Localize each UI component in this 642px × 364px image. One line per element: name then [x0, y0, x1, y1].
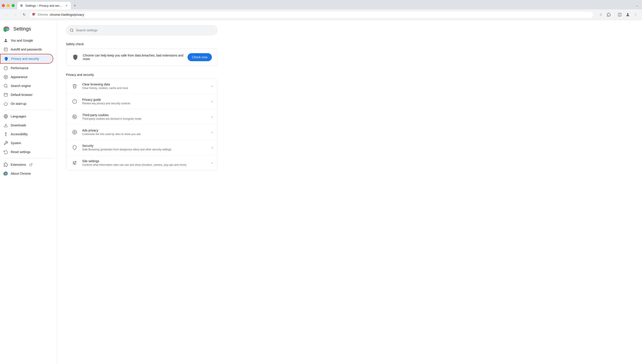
- tab-strip-expand[interactable]: ⌄: [634, 2, 640, 9]
- ads-privacy-item[interactable]: Ads privacy Customise the info used by s…: [66, 124, 217, 140]
- sidebar-item-system[interactable]: System: [0, 138, 53, 148]
- sidebar-item-label: Extensions: [11, 163, 26, 166]
- item-desc: Customise the info used by sites to show…: [82, 132, 208, 136]
- window-close-button[interactable]: [2, 4, 5, 7]
- privacy-guide-item[interactable]: Privacy guide Review key privacy and sec…: [66, 94, 217, 109]
- reload-button[interactable]: ↻: [21, 11, 28, 18]
- trash-icon: [71, 82, 79, 90]
- sidebar-item-extensions[interactable]: Extensions: [0, 160, 53, 169]
- sidebar-item-search-engine[interactable]: Search engine: [0, 82, 53, 90]
- sidebar-item-label: Search engine: [11, 84, 31, 88]
- extensions-puzzle-button[interactable]: [605, 11, 612, 18]
- back-button: ←: [3, 11, 10, 18]
- svg-point-19: [6, 78, 6, 78]
- sidebar-item-label: On start-up: [11, 102, 26, 106]
- item-title: Security: [82, 144, 208, 148]
- svg-point-6: [635, 14, 636, 15]
- sidebar-item-default-browser[interactable]: Default browser: [0, 90, 53, 99]
- window-maximize-button[interactable]: [12, 4, 15, 7]
- sidebar-item-downloads[interactable]: Downloads: [0, 121, 53, 130]
- menu-button[interactable]: [632, 11, 639, 18]
- safety-check-description: Chrome can help keep you safe from data …: [83, 54, 187, 61]
- main-content: Safety check Chrome can help keep you sa…: [57, 20, 642, 364]
- chevron-right-icon: ›: [212, 115, 213, 118]
- active-tab[interactable]: ⚙ Settings – Privacy and securi... ✕: [17, 2, 71, 9]
- forward-button: →: [12, 11, 19, 18]
- sidebar-item-label: Appearance: [11, 75, 28, 79]
- sidebar-item-performance[interactable]: Performance: [0, 64, 53, 72]
- browser-icon: [4, 92, 8, 97]
- chrome-settings-logo: [4, 25, 11, 32]
- third-party-cookies-item[interactable]: Third-party cookies Third-party cookies …: [66, 109, 217, 124]
- svg-point-18: [6, 76, 7, 77]
- split-screen-button[interactable]: [616, 11, 623, 18]
- search-settings-bar[interactable]: [66, 25, 218, 35]
- omnibox-url: chrome://settings/privacy: [50, 13, 84, 16]
- clear-browsing-data-text: Clear browsing data Clear history, cooki…: [82, 82, 208, 90]
- sidebar-item-on-startup[interactable]: On start-up: [0, 99, 53, 108]
- svg-point-40: [74, 117, 74, 118]
- svg-point-16: [4, 75, 8, 79]
- privacy-settings-list: Clear browsing data Clear history, cooki…: [66, 78, 218, 171]
- sidebar-item-accessibility[interactable]: Accessibility: [0, 130, 53, 138]
- svg-point-39: [75, 117, 76, 118]
- chrome-logo-icon: [32, 13, 36, 16]
- privacy-section-title: Privacy and security: [66, 73, 218, 76]
- sidebar-item-label: Languages: [11, 114, 26, 118]
- profile-icon: [625, 12, 630, 17]
- security-shield-icon: [71, 144, 79, 152]
- item-desc: Third-party cookies are blocked in Incog…: [82, 117, 208, 120]
- new-tab-button[interactable]: +: [72, 2, 78, 9]
- sidebar: Settings You and Google Autofill and pas…: [0, 20, 57, 364]
- three-dots-icon: [634, 13, 638, 17]
- sidebar-item-autofill[interactable]: Autofill and passwords: [0, 45, 53, 54]
- sidebar-item-label: Downloads: [11, 124, 26, 127]
- svg-point-51: [75, 161, 76, 162]
- sidebar-item-reset-settings[interactable]: Reset settings: [0, 148, 53, 156]
- power-icon: [4, 102, 8, 106]
- chevron-right-icon: ›: [212, 130, 213, 134]
- svg-point-4: [627, 13, 629, 15]
- svg-point-42: [74, 131, 75, 133]
- bookmark-button[interactable]: ☆: [597, 11, 604, 18]
- svg-point-7: [635, 16, 636, 16]
- svg-point-50: [73, 162, 74, 163]
- security-item[interactable]: Security Safe Browsing (protection from …: [66, 140, 217, 155]
- item-desc: Review key privacy and security controls: [82, 102, 208, 105]
- svg-point-5: [635, 13, 636, 14]
- item-title: Clear browsing data: [82, 82, 208, 86]
- clear-browsing-data-item[interactable]: Clear browsing data Clear history, cooki…: [66, 78, 217, 94]
- svg-point-17: [5, 76, 5, 77]
- tab-title: Settings – Privacy and securi...: [25, 4, 63, 7]
- safety-shield-icon: [72, 53, 79, 61]
- settings-page-title: Settings: [13, 26, 31, 32]
- profile-button[interactable]: [624, 11, 631, 18]
- site-settings-icon: [71, 159, 79, 167]
- window-minimize-button[interactable]: [7, 4, 10, 7]
- cookie-icon: [71, 113, 79, 121]
- download-icon: [4, 123, 8, 128]
- check-now-button[interactable]: Check now: [187, 53, 212, 61]
- site-settings-item[interactable]: Site settings Controls what information …: [66, 155, 217, 170]
- sidebar-item-label: Default browser: [11, 93, 33, 96]
- svg-point-38: [75, 116, 75, 116]
- svg-rect-12: [4, 48, 8, 51]
- omnibox[interactable]: Chrome chrome://settings/privacy: [29, 11, 594, 18]
- search-icon: [70, 28, 74, 32]
- sidebar-item-appearance[interactable]: Appearance: [0, 72, 53, 82]
- ads-privacy-icon: [71, 128, 79, 136]
- tab-favicon: ⚙: [20, 4, 24, 7]
- privacy-security-section: Privacy and security Clear browsing data…: [66, 73, 218, 171]
- search-settings-input[interactable]: [76, 28, 214, 32]
- sidebar-item-you-and-google[interactable]: You and Google: [0, 36, 53, 45]
- tab-close-button[interactable]: ✕: [65, 4, 68, 7]
- item-title: Privacy guide: [82, 98, 208, 102]
- sidebar-item-languages[interactable]: Languages: [0, 112, 53, 121]
- sidebar-item-privacy[interactable]: Privacy and security: [0, 54, 53, 64]
- sidebar-item-label: About Chrome: [11, 172, 31, 175]
- svg-point-32: [70, 29, 73, 31]
- sidebar-item-label: Performance: [11, 66, 29, 70]
- sidebar-item-about-chrome[interactable]: About Chrome: [0, 169, 53, 178]
- about-chrome-icon: [4, 171, 8, 176]
- sidebar-header: Settings: [0, 24, 57, 36]
